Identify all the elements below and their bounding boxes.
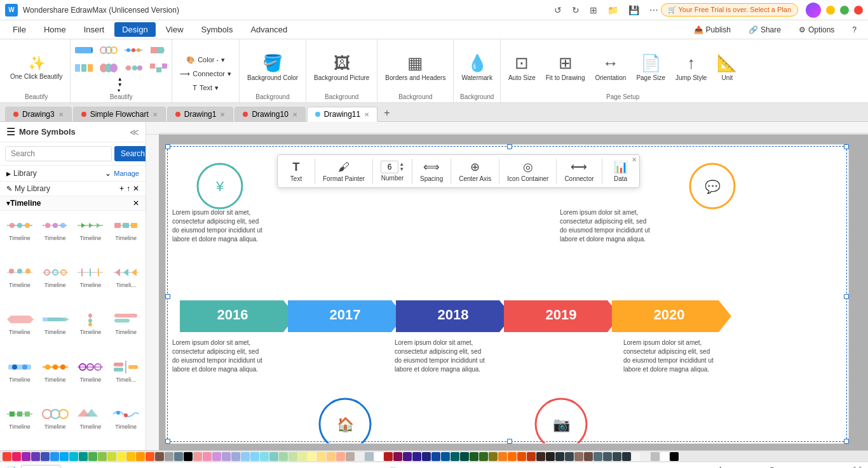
palette-color[interactable] bbox=[641, 452, 650, 461]
palette-color[interactable] bbox=[412, 452, 421, 461]
import-icon[interactable]: ↑ bbox=[126, 184, 130, 193]
palette-color[interactable] bbox=[546, 452, 555, 461]
close-library-icon[interactable]: ✕ bbox=[133, 184, 139, 193]
shape-item-timeline9[interactable]: Timeline bbox=[3, 307, 37, 353]
palette-color[interactable] bbox=[31, 452, 40, 461]
palette-color[interactable] bbox=[555, 452, 564, 461]
palette-color[interactable] bbox=[470, 452, 478, 461]
menu-advanced[interactable]: Advanced bbox=[243, 22, 295, 37]
palette-color[interactable] bbox=[279, 452, 288, 461]
palette-color[interactable] bbox=[41, 452, 50, 461]
shape-item-timeline15[interactable]: Timeline bbox=[74, 355, 108, 401]
zoom-in-btn[interactable]: + bbox=[806, 465, 812, 469]
tab-close-simple[interactable]: ✕ bbox=[153, 111, 158, 118]
palette-color[interactable] bbox=[565, 452, 574, 461]
palette-color[interactable] bbox=[603, 452, 612, 461]
palette-color[interactable] bbox=[174, 452, 183, 461]
palette-color[interactable] bbox=[250, 452, 259, 461]
palette-color[interactable] bbox=[651, 452, 660, 461]
tab-close-drawing3[interactable]: ✕ bbox=[58, 111, 64, 118]
style8-btn[interactable] bbox=[147, 60, 170, 76]
close-btn[interactable] bbox=[854, 6, 863, 15]
unit-btn[interactable]: 📐 Unit bbox=[713, 51, 741, 84]
borders-btn[interactable]: ▦ Borders and Headers bbox=[381, 51, 449, 84]
search-input[interactable] bbox=[5, 146, 112, 161]
menu-design[interactable]: Design bbox=[114, 22, 155, 37]
palette-color[interactable] bbox=[79, 452, 88, 461]
palette-color[interactable] bbox=[489, 452, 498, 461]
one-click-beautify-btn[interactable]: ✨ One Click Beautify bbox=[6, 53, 66, 83]
palette-color[interactable] bbox=[126, 452, 135, 461]
publish-btn[interactable]: 📤 Publish bbox=[688, 23, 737, 36]
bg-color-btn[interactable]: 🪣 Background Color bbox=[243, 51, 302, 84]
palette-color[interactable] bbox=[441, 452, 450, 461]
scroll-down-icon[interactable]: ▼ bbox=[118, 82, 123, 88]
palette-color[interactable] bbox=[479, 452, 488, 461]
close-timeline-icon[interactable]: ✕ bbox=[133, 199, 139, 208]
palette-color[interactable] bbox=[12, 452, 21, 461]
palette-color[interactable] bbox=[193, 452, 202, 461]
palette-color[interactable] bbox=[403, 452, 412, 461]
style7-btn[interactable] bbox=[122, 60, 145, 76]
palette-color[interactable] bbox=[22, 452, 31, 461]
options-btn[interactable]: ⚙ Options bbox=[792, 23, 841, 36]
shape-item-timeline16[interactable]: Timeli... bbox=[109, 355, 143, 401]
palette-color[interactable] bbox=[136, 452, 145, 461]
connector-btn[interactable]: ⟶ Connector ▾ bbox=[176, 68, 235, 80]
shape-item-timeline13[interactable]: Timeline bbox=[3, 355, 37, 401]
palette-color[interactable] bbox=[593, 452, 602, 461]
add-page-btn[interactable]: + bbox=[65, 465, 71, 469]
palette-color[interactable] bbox=[355, 452, 364, 461]
palette-color[interactable] bbox=[393, 452, 402, 461]
palette-color[interactable] bbox=[670, 452, 679, 461]
palette-color[interactable] bbox=[498, 452, 507, 461]
palette-color[interactable] bbox=[203, 452, 212, 461]
new-tab-btn[interactable]: ⊞ bbox=[590, 5, 597, 15]
color-btn[interactable]: 🎨 Color - ▾ bbox=[182, 54, 229, 66]
palette-color[interactable] bbox=[431, 452, 440, 461]
palette-color[interactable] bbox=[222, 452, 231, 461]
fit-to-drawing-btn[interactable]: ⊞ Fit to Drawing bbox=[542, 51, 589, 84]
palette-color[interactable] bbox=[60, 452, 69, 461]
style1-btn[interactable] bbox=[72, 42, 95, 58]
palette-color[interactable] bbox=[98, 452, 107, 461]
tab-simple-flowchart[interactable]: Simple Flowchart ✕ bbox=[73, 107, 166, 121]
palette-color[interactable] bbox=[3, 452, 11, 461]
palette-color[interactable] bbox=[107, 452, 116, 461]
bg-picture-btn[interactable]: 🖼 Background Picture bbox=[310, 51, 373, 84]
palette-color[interactable] bbox=[165, 452, 173, 461]
tab-drawing3[interactable]: Drawing3 ✕ bbox=[5, 107, 72, 121]
shape-item-timeline8[interactable]: Timeli... bbox=[109, 260, 143, 306]
panel-collapse-btn[interactable]: ≪ bbox=[130, 127, 139, 137]
palette-color[interactable] bbox=[288, 452, 297, 461]
menu-home[interactable]: Home bbox=[36, 22, 74, 37]
style5-btn[interactable] bbox=[72, 60, 95, 76]
tab-drawing11[interactable]: Drawing11 ✕ bbox=[307, 107, 377, 122]
tab-drawing10[interactable]: Drawing10 ✕ bbox=[234, 107, 305, 121]
shape-item-timeline7[interactable]: Timeline bbox=[74, 260, 108, 306]
palette-color[interactable] bbox=[422, 452, 431, 461]
palette-color[interactable] bbox=[346, 452, 355, 461]
ft-format-painter-btn[interactable]: 🖌 Format Painter bbox=[318, 158, 370, 185]
share-btn[interactable]: 🔗 Share bbox=[742, 23, 787, 36]
palette-color[interactable] bbox=[536, 452, 545, 461]
fit-page-btn[interactable]: ⊡ bbox=[839, 466, 846, 469]
menu-insert[interactable]: Insert bbox=[76, 22, 112, 37]
redo-btn[interactable]: ↻ bbox=[572, 5, 580, 15]
shape-item-timeline12[interactable]: Timeline bbox=[109, 307, 143, 353]
undo-btn[interactable]: ↺ bbox=[554, 5, 562, 15]
palette-color[interactable] bbox=[317, 452, 326, 461]
palette-color[interactable] bbox=[241, 452, 250, 461]
user-avatar[interactable] bbox=[806, 3, 821, 18]
palette-color[interactable] bbox=[69, 452, 78, 461]
shape-item-timeline3[interactable]: Timeline bbox=[74, 213, 108, 259]
menu-view[interactable]: View bbox=[158, 22, 191, 37]
shape-item-timeline1[interactable]: Timeline bbox=[3, 213, 37, 259]
shape-item-timeline6[interactable]: Timeline bbox=[38, 260, 72, 306]
shape-item-timeline20[interactable]: Timeline bbox=[109, 402, 143, 448]
zoom-out-btn[interactable]: − bbox=[731, 465, 737, 469]
watermark-btn[interactable]: 💧 Watermark bbox=[458, 51, 496, 84]
ft-text-btn[interactable]: T Text bbox=[280, 158, 312, 185]
save-btn[interactable]: 💾 bbox=[628, 5, 639, 15]
ft-icon-container-btn[interactable]: ◎ Icon Container bbox=[502, 157, 553, 185]
